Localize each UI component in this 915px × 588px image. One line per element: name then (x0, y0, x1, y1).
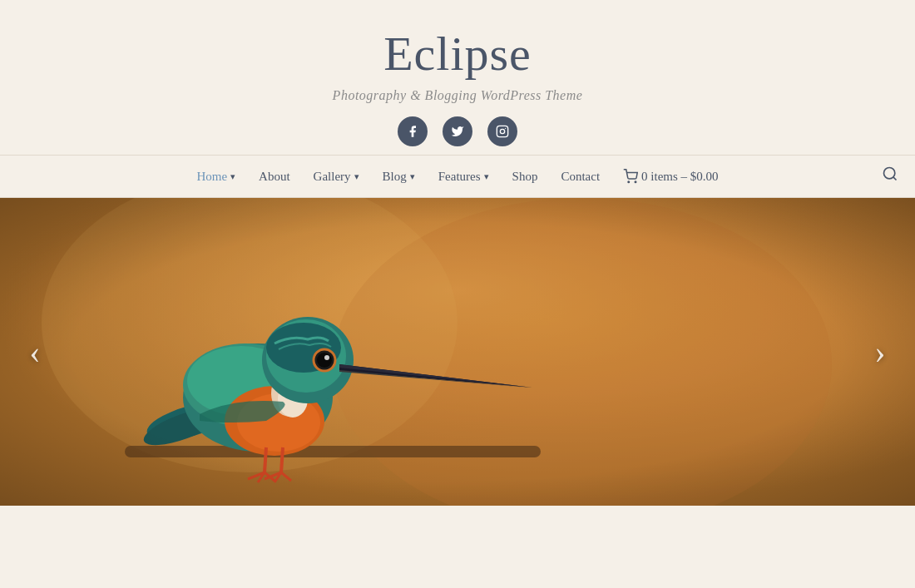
nav-cart[interactable]: 0 items – $0.00 (611, 155, 730, 198)
nav-item-blog[interactable]: Blog ▾ (371, 155, 427, 198)
svg-rect-27 (0, 198, 915, 506)
search-button[interactable] (882, 166, 898, 186)
chevron-down-icon: ▾ (410, 155, 415, 198)
svg-point-1 (500, 129, 504, 133)
nav-item-shop[interactable]: Shop (501, 155, 550, 198)
hero-slider: ‹ › (0, 198, 915, 506)
chevron-down-icon: ▾ (354, 155, 359, 198)
nav-items-list: Home ▾ About Gallery ▾ Blog ▾ Features ▾… (185, 155, 730, 198)
nav-item-home[interactable]: Home ▾ (185, 155, 247, 198)
facebook-icon[interactable] (398, 116, 428, 146)
twitter-icon[interactable] (443, 116, 472, 146)
main-nav: Home ▾ About Gallery ▾ Blog ▾ Features ▾… (0, 155, 915, 198)
nav-item-contact[interactable]: Contact (549, 155, 611, 198)
chevron-down-icon: ▾ (484, 155, 489, 198)
site-header: Eclipse Photography & Blogging WordPress… (0, 0, 915, 146)
search-icon (882, 166, 898, 182)
slider-next-button[interactable]: › (862, 334, 898, 370)
social-icons-bar (17, 116, 898, 146)
svg-point-5 (884, 168, 895, 179)
nav-item-gallery[interactable]: Gallery ▾ (302, 155, 371, 198)
cart-icon (623, 169, 638, 184)
slider-image (0, 198, 915, 506)
site-title: Eclipse (17, 25, 898, 83)
svg-rect-0 (497, 126, 507, 136)
chevron-down-icon: ▾ (230, 155, 235, 198)
instagram-icon[interactable] (487, 116, 517, 146)
svg-point-3 (628, 181, 630, 183)
slider-prev-button[interactable]: ‹ (17, 334, 53, 370)
site-tagline: Photography & Blogging WordPress Theme (17, 88, 898, 103)
nav-item-about[interactable]: About (247, 155, 302, 198)
nav-item-features[interactable]: Features ▾ (427, 155, 501, 198)
svg-point-4 (635, 181, 636, 183)
svg-point-2 (505, 127, 506, 128)
